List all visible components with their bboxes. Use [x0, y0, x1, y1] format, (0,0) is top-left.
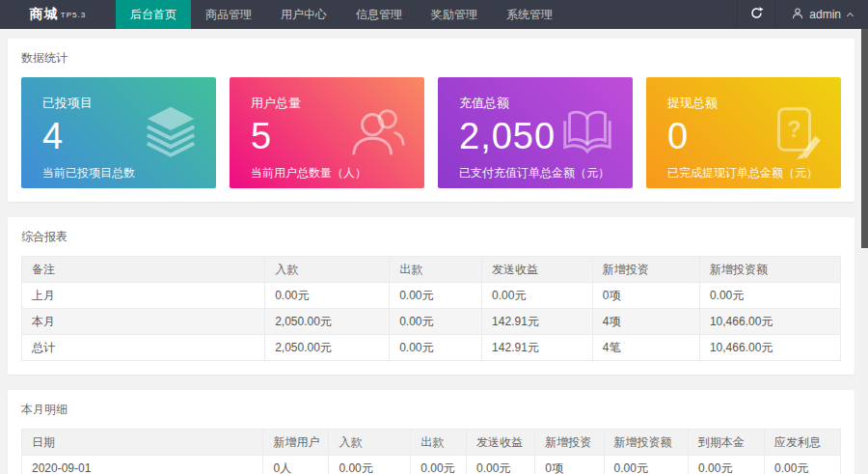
stat-card-desc: 已完成提现订单总金额（元）	[667, 165, 841, 181]
refresh-icon	[749, 6, 764, 24]
table-cell: 0.00元	[329, 456, 411, 474]
brand-logo[interactable]: 商城 TP5.3	[0, 0, 116, 29]
table-row: 2020-09-010人0.00元0.00元0.00元0项0.00元0.00元0…	[22, 456, 841, 474]
table-cell: 142.91元	[482, 335, 593, 361]
table-cell: 0.00元	[699, 283, 840, 309]
column-header: 入款	[265, 257, 390, 283]
stat-card-desc: 当前用户总数量（人）	[251, 165, 424, 181]
main-menu: 后台首页 商品管理 用户中心 信息管理 奖励管理 系统管理	[116, 0, 567, 29]
nav-item-users[interactable]: 用户中心	[266, 0, 341, 29]
table-cell: 0项	[535, 456, 604, 474]
column-header: 发送收益	[482, 257, 593, 283]
table-cell: 总计	[22, 335, 265, 361]
chevron-up-icon	[847, 13, 854, 19]
section-title-summary-report: 综合报表	[21, 229, 841, 245]
column-header: 新增投资	[592, 257, 699, 283]
panel-data-statistics: 数据统计 已投项目 4 当前已投项目总数 用户总量 5 当前用户	[8, 39, 854, 202]
section-title-statistics: 数据统计	[21, 50, 841, 67]
table-cell: 0.00元	[466, 456, 534, 474]
table-cell: 10,466.00元	[699, 335, 840, 361]
nav-item-rewards[interactable]: 奖励管理	[417, 0, 492, 29]
user-name: admin	[809, 8, 841, 21]
user-icon	[791, 7, 809, 23]
scrollbar-track[interactable]	[861, 29, 868, 474]
table-cell: 上月	[22, 283, 265, 309]
table-cell: 0.00元	[482, 283, 593, 309]
scrollbar-thumb[interactable]	[861, 29, 868, 248]
table-cell: 2,050.00元	[265, 335, 390, 361]
stat-card-invested-projects: 已投项目 4 当前已投项目总数	[21, 77, 216, 188]
panel-month-detail: 本月明细 日期新增用户入款出款发送收益新增投资新增投资额到期本金应发利息 202…	[8, 390, 854, 474]
table-cell: 2020-09-01	[22, 456, 263, 474]
table-cell: 0人	[263, 456, 329, 474]
navbar-right: admin	[737, 0, 868, 29]
column-header: 应发利息	[765, 430, 841, 456]
nav-item-information[interactable]: 信息管理	[341, 0, 417, 29]
table-cell: 4项	[592, 309, 699, 335]
table-cell: 0.00元	[390, 309, 482, 335]
column-header: 日期	[22, 430, 263, 456]
top-navbar: 商城 TP5.3 后台首页 商品管理 用户中心 信息管理 奖励管理 系统管理	[0, 0, 868, 29]
column-header: 新增投资	[535, 430, 604, 456]
column-header: 备注	[22, 257, 265, 283]
column-header: 发送收益	[466, 430, 534, 456]
brand-name: 商城	[30, 6, 59, 23]
user-menu[interactable]: admin	[775, 0, 868, 29]
table-cell: 0.00元	[265, 283, 390, 309]
column-header: 新增用户	[263, 430, 329, 456]
open-book-icon	[557, 101, 617, 165]
table-row: 上月0.00元0.00元0.00元0项0.00元	[22, 283, 841, 309]
nav-item-products[interactable]: 商品管理	[191, 0, 266, 29]
table-cell: 4笔	[592, 335, 699, 361]
stat-card-total-users: 用户总量 5 当前用户总数量（人）	[230, 77, 424, 188]
table-header-row: 日期新增用户入款出款发送收益新增投资新增投资额到期本金应发利息	[22, 430, 841, 456]
summary-report-table: 备注入款出款发送收益新增投资新增投资额 上月0.00元0.00元0.00元0项0…	[21, 256, 841, 361]
panel-summary-report: 综合报表 备注入款出款发送收益新增投资新增投资额 上月0.00元0.00元0.0…	[8, 217, 854, 375]
column-header: 新增投资额	[699, 257, 840, 283]
table-cell: 0.00元	[411, 456, 467, 474]
layers-icon	[141, 101, 201, 165]
month-detail-table: 日期新增用户入款出款发送收益新增投资新增投资额到期本金应发利息 2020-09-…	[21, 429, 841, 474]
table-row: 本月2,050.00元0.00元142.91元4项10,466.00元	[22, 309, 841, 335]
stat-card-desc: 当前已投项目总数	[42, 165, 216, 181]
stat-cards: 已投项目 4 当前已投项目总数 用户总量 5 当前用户总数量（人）	[21, 77, 841, 188]
column-header: 到期本金	[689, 430, 765, 456]
table-cell: 0.00元	[765, 456, 841, 474]
table-cell: 0.00元	[390, 283, 482, 309]
column-header: 新增投资额	[604, 430, 688, 456]
table-cell: 142.91元	[482, 309, 593, 335]
table-cell: 本月	[22, 309, 265, 335]
table-cell: 10,466.00元	[699, 309, 840, 335]
svg-text:?: ?	[787, 116, 800, 141]
users-icon	[349, 101, 409, 165]
stat-card-total-recharge: 充值总额 2,050 已支付充值订单总金额（元）	[438, 77, 633, 188]
column-header: 出款	[390, 257, 482, 283]
table-cell: 0.00元	[689, 456, 765, 474]
refresh-button[interactable]	[737, 0, 775, 29]
column-header: 出款	[411, 430, 467, 456]
table-cell: 0.00元	[604, 456, 688, 474]
table-row: 总计2,050.00元0.00元142.91元4笔10,466.00元	[22, 335, 841, 361]
edit-document-icon: ?	[766, 101, 826, 165]
column-header: 入款	[329, 430, 411, 456]
stat-card-total-withdrawal: 提现总额 0 已完成提现订单总金额（元） ?	[646, 77, 841, 188]
table-cell: 0项	[592, 283, 699, 309]
nav-item-dashboard[interactable]: 后台首页	[116, 0, 191, 29]
main-content: 数据统计 已投项目 4 当前已投项目总数 用户总量 5 当前用户	[0, 29, 868, 474]
stat-card-desc: 已支付充值订单总金额（元）	[459, 165, 633, 181]
nav-item-system[interactable]: 系统管理	[492, 0, 567, 29]
table-cell: 0.00元	[390, 335, 482, 361]
section-title-month-detail: 本月明细	[21, 402, 841, 418]
table-cell: 2,050.00元	[265, 309, 390, 335]
brand-version: TP5.3	[61, 11, 86, 19]
table-header-row: 备注入款出款发送收益新增投资新增投资额	[22, 257, 841, 283]
